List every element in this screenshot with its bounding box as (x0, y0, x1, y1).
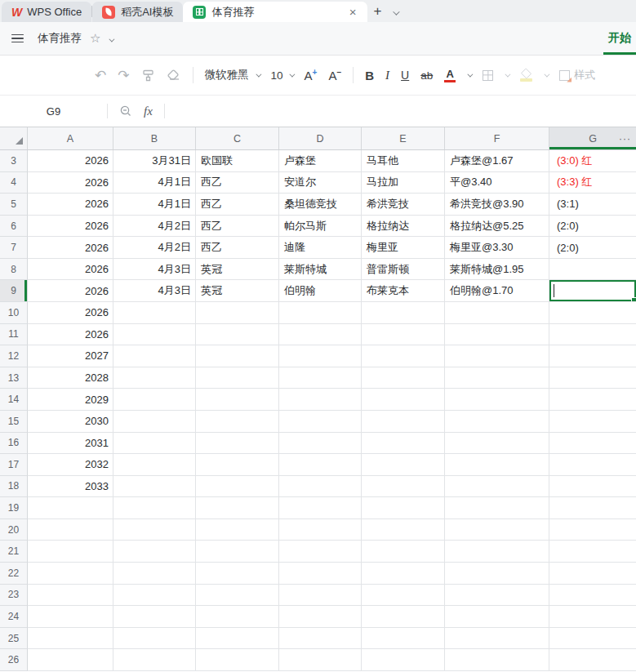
cell-B3[interactable]: 3月31日 (113, 150, 196, 172)
cell-E11[interactable] (362, 324, 445, 346)
cell-E24[interactable] (362, 606, 445, 628)
cell-G20[interactable] (549, 519, 636, 541)
cell-E13[interactable] (362, 367, 445, 389)
column-header-B[interactable]: B (113, 127, 196, 149)
cell-E4[interactable]: 马拉加 (362, 172, 445, 194)
cell-C9[interactable]: 英冠 (196, 280, 279, 302)
cell-F3[interactable]: 卢森堡@1.67 (445, 150, 549, 172)
column-header-C[interactable]: C (196, 127, 279, 149)
cell-A21[interactable] (28, 541, 113, 563)
cell-G12[interactable] (549, 345, 636, 367)
cell-G3[interactable]: (3:0) 红 (549, 150, 636, 172)
more-columns-icon[interactable]: ··· (619, 127, 631, 149)
cell-F19[interactable] (445, 497, 549, 519)
cell-C22[interactable] (196, 563, 279, 585)
cell-D4[interactable]: 安道尔 (279, 172, 362, 194)
cell-A7[interactable]: 2026 (28, 237, 113, 259)
redo-icon[interactable]: ↷ (118, 69, 129, 82)
cell-G9[interactable] (549, 280, 636, 302)
cell-F20[interactable] (445, 519, 549, 541)
increase-font-button[interactable]: A+ (305, 68, 318, 82)
cell-B13[interactable] (113, 367, 196, 389)
cell-B18[interactable] (113, 476, 196, 498)
row-header-20[interactable]: 20 (0, 519, 28, 541)
cell-C14[interactable] (196, 389, 279, 411)
cell-E10[interactable] (362, 302, 445, 324)
cell-F22[interactable] (445, 563, 549, 585)
cell-G19[interactable] (549, 497, 636, 519)
cell-B16[interactable] (113, 433, 196, 455)
font-size-select[interactable]: 10 (271, 69, 293, 82)
cell-D14[interactable] (279, 389, 362, 411)
cell-G21[interactable] (549, 541, 636, 563)
cell-D25[interactable] (279, 628, 362, 650)
cell-C7[interactable]: 西乙 (196, 237, 279, 259)
row-header-15[interactable]: 15 (0, 411, 28, 433)
cell-C4[interactable]: 西乙 (196, 172, 279, 194)
cell-E14[interactable] (362, 389, 445, 411)
cell-C3[interactable]: 欧国联 (196, 150, 279, 172)
cell-G7[interactable]: (2:0) (549, 237, 636, 259)
column-header-F[interactable]: F (445, 127, 549, 149)
cell-A12[interactable]: 2027 (28, 345, 113, 367)
cell-A13[interactable]: 2028 (28, 367, 113, 389)
cell-D6[interactable]: 帕尔马斯 (279, 216, 362, 238)
cell-D9[interactable]: 伯明翰 (279, 280, 362, 302)
cell-A6[interactable]: 2026 (28, 216, 113, 238)
cell-B23[interactable] (113, 585, 196, 607)
cell-A3[interactable]: 2026 (28, 150, 113, 172)
borders-chevron-icon[interactable] (505, 71, 511, 77)
cell-B12[interactable] (113, 345, 196, 367)
cell-E6[interactable]: 格拉纳达 (362, 216, 445, 238)
row-header-8[interactable]: 8 (0, 259, 28, 281)
row-header-4[interactable]: 4 (0, 172, 28, 194)
cell-F7[interactable]: 梅里亚@3.30 (445, 237, 549, 259)
cell-F14[interactable] (445, 389, 549, 411)
row-header-26[interactable]: 26 (0, 649, 28, 671)
cell-E19[interactable] (362, 497, 445, 519)
cell-D5[interactable]: 桑坦德竞技 (279, 194, 362, 216)
cell-D17[interactable] (279, 454, 362, 476)
cell-B26[interactable] (113, 649, 196, 671)
cell-F17[interactable] (445, 454, 549, 476)
cell-name-box[interactable]: G9 (0, 105, 107, 118)
row-header-9[interactable]: 9 (0, 280, 28, 302)
cell-A25[interactable] (28, 628, 113, 650)
cell-D24[interactable] (279, 606, 362, 628)
row-header-11[interactable]: 11 (0, 324, 28, 346)
cell-F25[interactable] (445, 628, 549, 650)
cell-G8[interactable] (549, 259, 636, 281)
font-color-chevron-icon[interactable] (468, 71, 474, 77)
cell-C6[interactable]: 西乙 (196, 216, 279, 238)
cell-F16[interactable] (445, 433, 549, 455)
cell-E22[interactable] (362, 563, 445, 585)
cell-B6[interactable]: 4月2日 (113, 216, 196, 238)
cell-B10[interactable] (113, 302, 196, 324)
cell-D10[interactable] (279, 302, 362, 324)
font-name-select[interactable]: 微软雅黑 (205, 68, 260, 82)
cell-C12[interactable] (196, 345, 279, 367)
cell-A17[interactable]: 2032 (28, 454, 113, 476)
cell-C26[interactable] (196, 649, 279, 671)
cell-B14[interactable] (113, 389, 196, 411)
cell-B17[interactable] (113, 454, 196, 476)
decrease-font-button[interactable]: A− (328, 68, 341, 82)
cell-A5[interactable]: 2026 (28, 194, 113, 216)
row-header-19[interactable]: 19 (0, 497, 28, 519)
cell-F13[interactable] (445, 367, 549, 389)
cell-D21[interactable] (279, 541, 362, 563)
row-header-23[interactable]: 23 (0, 585, 28, 607)
cell-A14[interactable]: 2029 (28, 389, 113, 411)
cell-G26[interactable] (549, 649, 636, 671)
cell-E7[interactable]: 梅里亚 (362, 237, 445, 259)
close-tab-icon[interactable]: × (348, 5, 358, 19)
cell-E8[interactable]: 普雷斯顿 (362, 259, 445, 281)
row-header-18[interactable]: 18 (0, 476, 28, 498)
row-header-17[interactable]: 17 (0, 454, 28, 476)
row-header-14[interactable]: 14 (0, 389, 28, 411)
cell-G22[interactable] (549, 563, 636, 585)
tab-wps-office[interactable]: W WPS Office (2, 2, 91, 22)
cell-A19[interactable] (28, 497, 113, 519)
cell-D22[interactable] (279, 563, 362, 585)
column-header-E[interactable]: E (362, 127, 445, 149)
